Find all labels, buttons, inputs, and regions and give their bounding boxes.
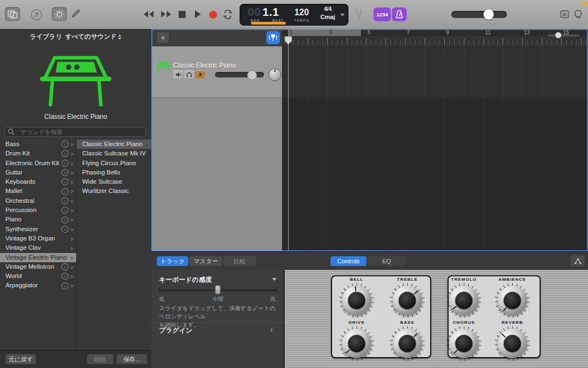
nodes-icon [574,258,582,264]
compare-button[interactable]: 比較 [223,256,256,266]
ruler-ticks[interactable] [282,36,588,47]
catch-icon [269,34,277,41]
download-icon[interactable]: ↓ [62,150,69,157]
tab-master[interactable]: マスター [189,256,222,266]
sound-item[interactable]: Flying Circus Piano [77,159,151,168]
speaker-icon [175,72,181,77]
chevron-right-icon[interactable]: › [270,324,273,334]
category-item[interactable]: Vintage Mellotron↓› [0,262,76,272]
reverb-knob[interactable]: REVERB [495,326,530,361]
category-item[interactable]: Bass↓› [0,140,76,149]
category-item[interactable]: Vintage Clav› [0,243,76,252]
category-item[interactable]: Guitar↓› [0,168,76,177]
category-item[interactable]: World↓› [0,272,76,281]
lcd-tempo-value[interactable]: 120 [292,8,311,17]
download-icon[interactable]: ↓ [62,263,69,270]
category-item[interactable]: Electronic Drum Kit↓› [0,159,76,168]
download-icon[interactable]: ↓ [62,160,69,167]
category-item[interactable]: Drum Kit↓› [0,149,76,158]
sensitivity-slider-thumb[interactable] [215,285,220,294]
mute-button[interactable] [173,70,183,79]
smart-controls-button[interactable] [52,7,67,21]
loop-browser-button[interactable] [573,9,583,19]
tab-track[interactable]: トラック [157,256,188,266]
lcd-time-signature[interactable]: 4/4 [317,6,339,12]
category-item[interactable]: Mallet↓› [0,186,76,196]
count-in-button[interactable]: 1234 [373,7,391,21]
search-input[interactable] [4,127,146,137]
category-item[interactable]: Orchestral↓› [0,196,76,206]
bell-knob[interactable]: BELL [339,283,374,318]
track-volume-knob[interactable] [247,70,257,80]
input-monitoring-button[interactable] [195,70,205,79]
sound-item-selected[interactable]: Classic Electric Piano [77,140,151,149]
track-header[interactable]: Classic Electric Piano [151,46,282,98]
collapse-chevron-icon[interactable] [272,278,277,281]
category-item-selected[interactable]: Vintage Electric Piano› [0,253,76,262]
chorus-knob[interactable]: CHORUS [446,326,481,361]
category-item[interactable]: Arpeggiator↓› [0,281,76,290]
download-icon[interactable]: ↓ [62,197,69,204]
download-icon[interactable]: ↓ [62,169,69,176]
headphones-icon [186,72,192,77]
metronome-button[interactable] [392,7,407,21]
download-icon[interactable]: ↓ [62,282,69,289]
download-icon[interactable]: ↓ [62,216,69,224]
sound-item[interactable]: Classic Suitcase Mk IV [77,149,151,158]
tab-eq[interactable]: EQ [367,256,406,266]
rewind-button[interactable] [143,10,155,21]
revert-button[interactable]: 元に戻す [5,354,36,364]
tuner-button[interactable] [355,8,363,22]
track-lane[interactable] [282,46,588,97]
solo-button[interactable] [184,70,194,79]
tremolo-knob[interactable]: TREMOLO [446,283,481,318]
category-item[interactable]: Percussion↓› [0,206,76,215]
download-icon[interactable]: ↓ [62,188,69,195]
quick-help-button[interactable]: ? [31,9,42,20]
library-filter[interactable]: すべてのサウンド [65,33,117,40]
ambience-knob[interactable]: AMBIENCE [495,283,530,318]
category-item[interactable]: Synthesizer↓› [0,225,76,234]
updown-chevron-icon[interactable] [118,34,121,40]
bar-number: 11 [485,29,491,36]
treble-knob[interactable]: TREBLE [390,283,425,318]
save-button[interactable]: 保存... [117,354,147,364]
drive-knob[interactable]: DRIVE [339,326,374,361]
stop-button[interactable] [179,11,186,18]
master-volume-slider[interactable] [451,11,507,18]
bass-knob[interactable]: BASS [390,326,425,361]
editor-panel-button[interactable] [560,10,569,18]
download-icon[interactable]: ↓ [62,207,69,214]
cycle-button[interactable] [223,10,233,21]
lcd-display[interactable]: 00 1.1 BAR BEAT 120 TEMPO 4/4 Cmaj [240,4,348,26]
search-field[interactable] [4,126,146,136]
zoom-slider[interactable] [548,34,579,37]
category-item[interactable]: Vintage B3 Organ› [0,234,76,243]
forward-button[interactable] [160,10,172,21]
empty-lane-area[interactable] [282,97,588,251]
sound-item[interactable]: Wurlitzer Classic [77,186,151,196]
delete-button[interactable]: 削除 [87,354,113,364]
master-volume-knob[interactable] [483,9,494,20]
sound-item[interactable]: Wide Suitcase [77,177,151,186]
play-button[interactable] [194,10,201,21]
record-button[interactable] [209,10,217,19]
category-item[interactable]: Keyboards↓› [0,177,76,186]
download-icon[interactable]: ↓ [62,141,69,148]
zoom-slider-knob[interactable] [555,32,561,38]
editors-button[interactable] [71,9,81,20]
download-icon[interactable]: ↓ [62,178,69,185]
catch-playhead-button[interactable] [266,31,280,44]
lcd-key[interactable]: Cmaj [317,14,339,20]
lcd-chevron-down-icon[interactable] [340,14,345,16]
ruler[interactable]: 1 3 5 7 9 11 13 15 [282,29,588,36]
patch-nodes-button[interactable] [571,255,585,267]
download-icon[interactable]: ↓ [62,226,69,233]
library-toggle-button[interactable] [5,7,20,21]
sound-item[interactable]: Phasing Bells [77,168,151,177]
plugins-row[interactable]: プラグイン [159,326,192,335]
add-track-button[interactable]: + [157,32,169,43]
category-item[interactable]: Piano↓› [0,215,76,224]
tab-controls[interactable]: Controls [330,256,366,266]
download-icon[interactable]: ↓ [62,273,69,280]
